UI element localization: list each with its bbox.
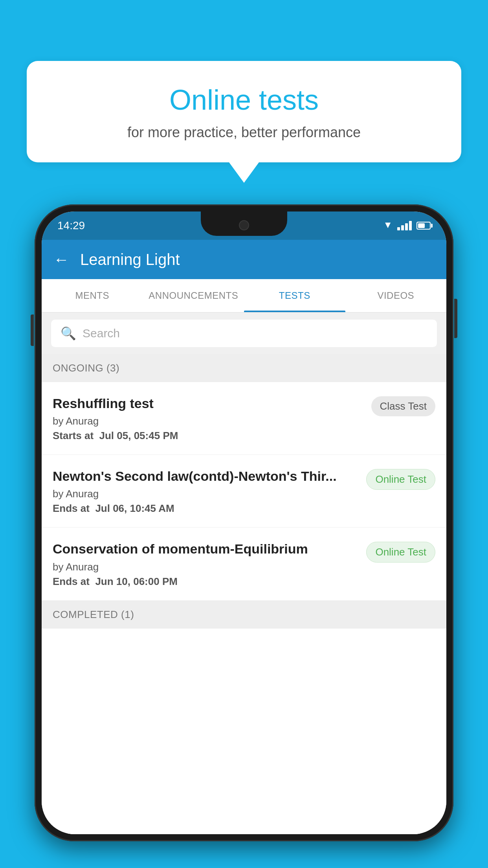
status-icons: ▼ bbox=[383, 221, 431, 230]
phone-outer: 14:29 ▼ bbox=[35, 204, 453, 841]
speech-bubble-arrow bbox=[229, 162, 259, 183]
search-box[interactable]: 🔍 Search bbox=[51, 320, 437, 347]
phone-screen: 14:29 ▼ bbox=[42, 211, 446, 834]
test-author: by Anurag bbox=[53, 488, 358, 500]
tab-announcements[interactable]: ANNOUNCEMENTS bbox=[143, 279, 244, 312]
test-badge-online: Online Test bbox=[366, 542, 435, 563]
tab-tests[interactable]: TESTS bbox=[244, 279, 345, 312]
tabs-container: MENTS ANNOUNCEMENTS TESTS VIDEOS bbox=[42, 279, 446, 313]
test-name: Conservation of momentum-Equilibrium bbox=[53, 540, 358, 557]
phone-notch bbox=[201, 211, 287, 236]
test-time-value: Jun 10, 06:00 PM bbox=[95, 576, 178, 587]
phone-power-button bbox=[454, 299, 457, 338]
test-time-value: Jul 06, 10:45 AM bbox=[95, 502, 174, 514]
test-name: Reshuffling test bbox=[53, 395, 363, 412]
search-wrapper: 🔍 Search bbox=[42, 313, 446, 354]
test-time: Ends at Jul 06, 10:45 AM bbox=[53, 502, 358, 515]
test-time-value: Jul 05, 05:45 PM bbox=[99, 430, 178, 441]
test-name: Newton's Second law(contd)-Newton's Thir… bbox=[53, 467, 358, 485]
phone-wrapper: 14:29 ▼ bbox=[35, 204, 453, 841]
app-title: Learning Light bbox=[80, 251, 180, 268]
back-button[interactable]: ← bbox=[53, 251, 69, 268]
test-content: Reshuffling test by Anurag Starts at Jul… bbox=[53, 395, 363, 442]
phone-volume-button bbox=[31, 314, 34, 346]
test-time: Ends at Jun 10, 06:00 PM bbox=[53, 576, 358, 588]
speech-bubble-title: Online tests bbox=[50, 85, 438, 116]
completed-section-header: COMPLETED (1) bbox=[42, 601, 446, 629]
battery-icon bbox=[416, 222, 431, 230]
signal-icon bbox=[397, 221, 412, 230]
test-badge-online: Online Test bbox=[366, 469, 435, 490]
test-badge-class: Class Test bbox=[371, 396, 435, 416]
test-time-label: Ends at bbox=[53, 576, 90, 587]
search-icon: 🔍 bbox=[61, 326, 76, 341]
test-author: by Anurag bbox=[53, 561, 358, 573]
status-time: 14:29 bbox=[57, 219, 85, 232]
test-time-label: Starts at bbox=[53, 430, 94, 441]
wifi-icon: ▼ bbox=[383, 221, 393, 230]
test-item[interactable]: Reshuffling test by Anurag Starts at Jul… bbox=[42, 382, 446, 455]
tab-ments[interactable]: MENTS bbox=[42, 279, 143, 312]
app-header: ← Learning Light bbox=[42, 240, 446, 279]
test-content: Conservation of momentum-Equilibrium by … bbox=[53, 540, 358, 587]
test-time: Starts at Jul 05, 05:45 PM bbox=[53, 430, 363, 442]
test-content: Newton's Second law(contd)-Newton's Thir… bbox=[53, 467, 358, 515]
speech-bubble: Online tests for more practice, better p… bbox=[27, 61, 461, 162]
test-time-label: Ends at bbox=[53, 502, 90, 514]
speech-bubble-wrapper: Online tests for more practice, better p… bbox=[27, 61, 461, 183]
speech-bubble-subtitle: for more practice, better performance bbox=[50, 124, 438, 141]
test-item[interactable]: Conservation of momentum-Equilibrium by … bbox=[42, 528, 446, 600]
test-author: by Anurag bbox=[53, 415, 363, 427]
search-placeholder: Search bbox=[83, 327, 120, 340]
ongoing-section-header: ONGOING (3) bbox=[42, 354, 446, 382]
test-item[interactable]: Newton's Second law(contd)-Newton's Thir… bbox=[42, 455, 446, 528]
tab-videos[interactable]: VIDEOS bbox=[345, 279, 447, 312]
phone-camera bbox=[239, 220, 249, 230]
tests-list: Reshuffling test by Anurag Starts at Jul… bbox=[42, 382, 446, 834]
battery-fill bbox=[418, 223, 425, 228]
